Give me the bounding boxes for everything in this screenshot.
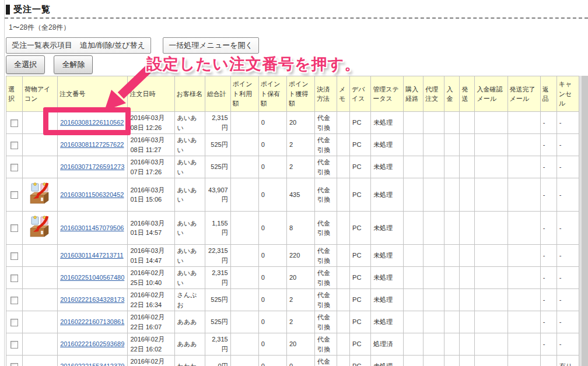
row-select-checkbox[interactable] [10,224,18,232]
order-number-link[interactable]: 201602221607130861 [60,318,124,325]
row-select-checkbox[interactable] [10,119,18,127]
select-cell [6,333,23,356]
column-header: デバイス [350,76,371,112]
payment-method-cell: 代金引換 [315,112,337,134]
total-cell: 0円 [205,356,230,366]
column-header: 総合計 [205,76,230,112]
cancel-cell: - [556,112,579,134]
deposit-mail-cell [475,311,508,333]
table-row: 2016022216071308612016年02月22日 16:07あああ52… [6,311,579,333]
device-cell: PC [350,245,371,267]
admin-status-cell: 未処理 [371,178,404,212]
point-use-cell [230,156,258,178]
proxy-order-cell [424,245,444,267]
order-number-link[interactable]: 201603081226110562 [60,119,124,126]
return-cell: - [540,311,556,333]
proxy-order-cell [424,267,444,289]
admin-status-cell: 未処理 [371,311,404,333]
column-header: ポイント利用額 [230,76,258,112]
table-row: 2016030717265912732016年03月07日 17:26あいあい5… [6,156,579,178]
payment-method-cell: 代金引換 [315,289,337,311]
row-select-checkbox[interactable] [10,191,18,199]
device-cell: PC [350,156,371,178]
select-all-button[interactable]: 全選択 [6,55,45,74]
deposit-cell [444,245,460,267]
deselect-all-button[interactable]: 全解除 [54,55,93,74]
row-select-checkbox[interactable] [10,297,18,304]
total-cell: 2,315円 [205,267,230,289]
cancel-cell: - [556,289,579,311]
return-cell: - [540,245,556,267]
order-date-line2: 22日 16:34 [130,300,172,310]
row-select-checkbox[interactable] [10,319,18,326]
device-cell: PC [350,178,371,212]
payment-method-cell: 代金引換 [315,311,337,333]
order-number-link[interactable]: 201603011506320452 [60,191,124,198]
total-cell: 525円 [205,156,230,178]
right-gray-strip [579,76,588,366]
order-date-cell: 2016年03月08日 12:26 [128,112,174,134]
customer-name-cell: あいあい [174,112,205,134]
point-hold-cell: 0 [258,212,286,245]
order-number-link[interactable]: 201602251040567480 [60,274,124,281]
cancel-cell: - [556,134,579,156]
column-header: 購入経路 [404,76,424,112]
order-number-link[interactable]: 201602221602593689 [60,340,124,347]
total-cell: 2,315円 [205,112,230,134]
point-hold-cell: 0 [258,267,286,289]
memo-cell [337,356,350,366]
shipping-cell [460,134,475,156]
customer-name-cell: あああ [174,333,205,356]
order-number-link[interactable]: 201602221634328173 [60,296,124,303]
shipping-cell [460,267,475,289]
deposit-mail-cell [475,356,508,366]
page-header: 受注一覧 [6,4,51,15]
order-number-link[interactable]: 201603011457079506 [60,224,124,231]
order-date-cell: 2016年02月22日 16:34 [128,289,174,311]
purchase-route-cell [404,311,424,333]
row-select-checkbox[interactable] [10,363,18,366]
order-number-link[interactable]: 201603081127257622 [60,141,124,148]
point-use-cell [230,178,258,212]
purchase-route-cell [404,289,424,311]
table-row: 2016022510405674802016年02月25日 10:40あいあい2… [6,267,579,289]
deposit-cell [444,178,460,212]
toolbar-row-2: 全選択 全解除 [6,55,99,74]
table-row: 2016030115063204522016年03月01日 15:06あいあい4… [6,178,579,212]
order-date-cell: 2016年02月22日 15:53 [128,356,174,366]
total-cell: 22,315円 [205,245,230,267]
return-cell: - [540,112,556,134]
batch-menu-button[interactable]: 一括処理メニューを開く [163,37,259,54]
customer-name-cell: あいあい [174,134,205,156]
order-number-link[interactable]: 201602221553412379 [60,363,124,366]
total-cell: 43,907円 [205,178,230,212]
order-number-link[interactable]: 201603071726591273 [60,163,124,170]
return-cell: - [540,156,556,178]
order-date-line2: 08日 11:27 [130,145,172,155]
row-select-checkbox[interactable] [10,164,18,171]
row-select-checkbox[interactable] [10,274,18,282]
display-items-button[interactable]: 受注一覧表示項目 追加/削除/並び替え [6,37,151,54]
order-number-cell: 201603081226110562 [58,112,128,134]
row-select-checkbox[interactable] [10,252,18,260]
row-select-checkbox[interactable] [10,341,18,349]
shipping-mail-cell [508,212,540,245]
deposit-cell [444,156,460,178]
select-cell [6,245,23,267]
column-header: 荷物アイコン [23,76,58,112]
point-gain-cell: 8 [286,212,314,245]
point-hold-cell: 0 [258,112,286,134]
order-date-line2: 25日 10:40 [130,278,172,288]
deposit-mail-cell [475,134,508,156]
device-cell: PC [350,311,371,333]
package-icon-cell [23,112,58,134]
order-date-line2: 01日 14:47 [130,256,172,266]
order-number-cell: 201602221634328173 [58,289,128,311]
order-number-link[interactable]: 201603011447213711 [60,252,124,259]
row-select-checkbox[interactable] [10,142,18,149]
shipping-cell [460,289,475,311]
device-cell: PC [350,356,371,366]
order-number-cell: 201602221553412379 [58,356,128,366]
point-gain-cell: 0 [286,356,314,366]
shipping-mail-cell [508,267,540,289]
